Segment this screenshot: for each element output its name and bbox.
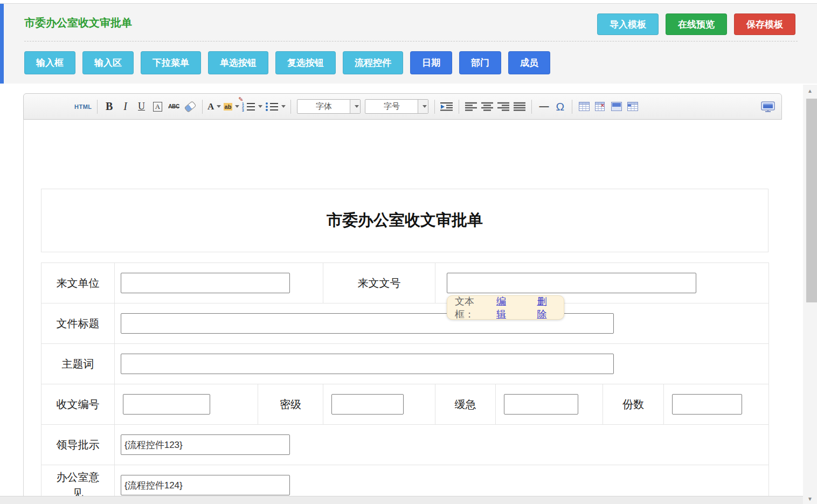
secrecy-input[interactable] (331, 394, 404, 415)
office-opinion-flow-control[interactable] (121, 475, 290, 495)
insert-table-icon (579, 102, 590, 111)
cell-properties-icon (627, 102, 638, 111)
add-dropdown-button[interactable]: 下拉菜单 (141, 51, 201, 74)
font-family-label: 字体 (297, 101, 350, 112)
header-actions: 导入模板 在线预览 保存模板 (597, 13, 795, 35)
approval-form-table: 来文单位 来文文号 文件标题 主题词 收文编号 密级 缓急 份数 领导批示 (41, 263, 769, 496)
table-row: 文件标题 (41, 303, 769, 344)
toolbar-separator (572, 100, 572, 114)
align-center-icon (481, 102, 493, 111)
tooltip-label: 文本框： (455, 295, 493, 321)
template-editor-header: 市委办公室收文审批单 导入模板 在线预览 保存模板 输入框 输入区 下拉菜单 单… (4, 4, 817, 84)
unordered-list-icon (265, 102, 279, 112)
background-left-strip (0, 4, 4, 84)
indent-icon (440, 102, 453, 112)
doc-no-input[interactable] (447, 273, 696, 293)
copies-input[interactable] (672, 394, 742, 415)
special-char-button[interactable]: Ω (553, 99, 567, 114)
toolbar-separator (202, 100, 203, 114)
toolbar-separator (290, 100, 291, 114)
align-left-button[interactable] (464, 99, 478, 114)
add-checkbox-button[interactable]: 复选按钮 (275, 51, 336, 74)
cell-properties-button[interactable] (626, 99, 640, 114)
horizontal-rule-button[interactable]: — (537, 99, 551, 114)
editor-content-area[interactable]: 市委办公室收文审批单 来文单位 来文文号 文件标题 主题词 收文编号 密级 缓急 (23, 120, 803, 496)
table-row: 来文单位 来文文号 (41, 263, 769, 303)
svg-text:✕: ✕ (600, 102, 605, 108)
ordered-list-button[interactable]: 123 (241, 99, 262, 114)
label-secrecy: 密级 (280, 398, 301, 410)
add-department-button[interactable]: 部门 (459, 51, 501, 74)
delete-table-button[interactable]: ✕ (593, 99, 607, 114)
source-unit-input[interactable] (121, 273, 290, 293)
boxed-a-icon: A (153, 102, 162, 112)
table-row: 领导批示 (41, 425, 769, 465)
leader-note-flow-control[interactable] (121, 434, 290, 455)
fullscreen-button[interactable] (761, 99, 775, 114)
import-template-button[interactable]: 导入模板 (597, 13, 659, 35)
quote-a-button[interactable]: A (151, 99, 165, 114)
scrollbar-thumb[interactable] (806, 99, 817, 302)
subject-input[interactable] (121, 354, 614, 374)
online-preview-button[interactable]: 在线预览 (666, 13, 727, 35)
label-doc-title: 文件标题 (57, 317, 100, 329)
remove-format-button[interactable] (183, 99, 197, 114)
table-properties-button[interactable] (610, 99, 624, 114)
add-input-box-button[interactable]: 输入框 (24, 51, 75, 74)
editor-toolbar: HTML B I U A ABC A ab✎ 123 字体 字号 — Ω (23, 93, 782, 120)
select-dropdown-button[interactable] (418, 100, 428, 113)
scrollbar-down-arrow[interactable]: ▼ (803, 496, 817, 502)
receive-no-input[interactable] (123, 394, 210, 415)
header-separator (24, 41, 798, 42)
highlight-icon: ab (224, 103, 233, 111)
chevron-down-icon (258, 105, 262, 108)
insert-table-button[interactable] (577, 99, 591, 114)
delete-table-icon: ✕ (595, 102, 606, 111)
font-color-button[interactable]: A (207, 99, 221, 114)
add-textarea-button[interactable]: 输入区 (82, 51, 134, 74)
add-radio-button[interactable]: 单选按钮 (208, 51, 268, 74)
add-date-button[interactable]: 日期 (410, 51, 452, 74)
edit-link[interactable]: 编辑 (496, 295, 516, 321)
textbox-context-tooltip: 文本框： 编辑 删除 (447, 295, 564, 320)
label-receive-no: 收文编号 (57, 398, 100, 410)
form-title: 市委办公室收文审批单 (327, 210, 483, 231)
ordered-list-icon: 123 (241, 102, 255, 112)
underline-button[interactable]: U (135, 99, 149, 114)
align-right-button[interactable] (496, 99, 510, 114)
chevron-down-icon (281, 105, 286, 108)
align-center-button[interactable] (480, 99, 494, 114)
unordered-list-button[interactable] (265, 99, 286, 114)
add-member-button[interactable]: 成员 (508, 51, 550, 74)
font-color-icon: A (207, 101, 214, 112)
add-flow-control-button[interactable]: 流程控件 (343, 51, 403, 74)
align-justify-button[interactable] (513, 99, 527, 114)
eraser-icon (184, 100, 196, 112)
font-family-select[interactable]: 字体 (297, 99, 361, 114)
chevron-down-icon (355, 105, 359, 108)
label-urgency: 缓急 (455, 398, 476, 410)
svg-text:3: 3 (242, 108, 244, 112)
source-code-button[interactable]: HTML (74, 99, 92, 114)
select-dropdown-button[interactable] (350, 100, 360, 113)
table-row: 主题词 (41, 344, 769, 384)
bold-button[interactable]: B (102, 99, 116, 114)
save-template-button[interactable]: 保存模板 (734, 13, 795, 35)
highlight-button[interactable]: ab✎ (224, 99, 240, 114)
font-size-select[interactable]: 字号 (365, 99, 428, 114)
delete-link[interactable]: 删除 (537, 295, 557, 321)
scrollbar-up-arrow[interactable]: ▲ (803, 88, 817, 94)
align-left-icon (465, 102, 477, 111)
chevron-down-icon (235, 105, 239, 108)
indent-button[interactable] (440, 99, 454, 114)
form-title-cell: 市委办公室收文审批单 (41, 189, 768, 252)
page-title: 市委办公室收文审批单 (24, 16, 132, 30)
label-source-unit: 来文单位 (57, 277, 100, 289)
strikethrough-button[interactable]: ABC (167, 99, 181, 114)
urgency-input[interactable] (504, 394, 578, 415)
label-doc-no: 来文文号 (358, 277, 401, 289)
italic-button[interactable]: I (119, 99, 133, 114)
align-right-icon (497, 102, 509, 111)
bottom-edge-band (0, 496, 803, 504)
vertical-scrollbar[interactable]: ▲ ▼ (803, 85, 817, 504)
